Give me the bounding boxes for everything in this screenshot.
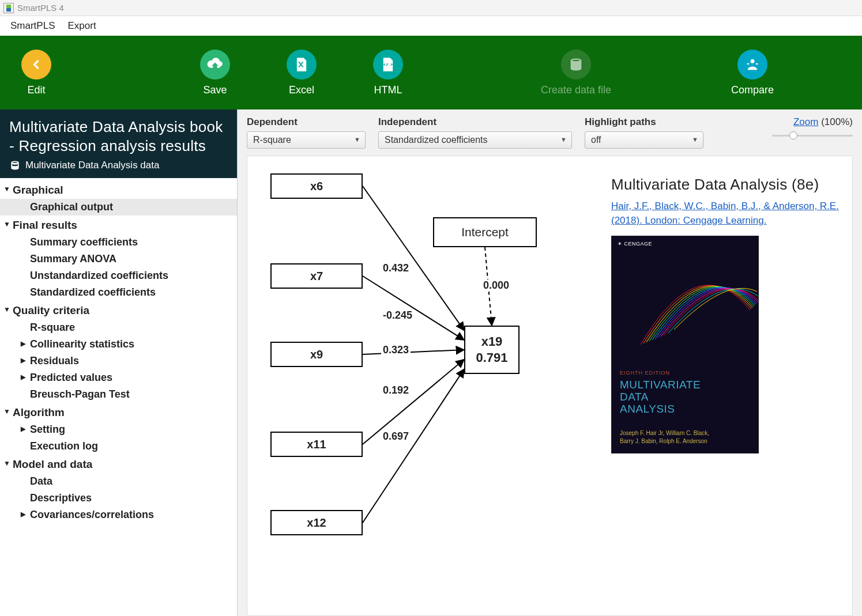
tree-section[interactable]: Graphical [0, 180, 237, 199]
svg-line-1 [363, 186, 464, 330]
independent-label: Independent [378, 116, 572, 128]
tree-item[interactable]: Unstandardized coefficients [0, 267, 237, 284]
zoom-link[interactable]: Zoom [793, 116, 818, 127]
path-coef-label: 0.432 [381, 262, 411, 274]
edit-button[interactable]: Edit [10, 50, 62, 96]
create-data-file-button: Create data file [541, 50, 611, 96]
compare-icon [737, 50, 767, 80]
path-coef-label: 0.192 [381, 384, 411, 396]
path-coef-label: 0.323 [381, 344, 411, 356]
tree-section[interactable]: Final results [0, 216, 237, 234]
dependent-label: Dependent [247, 116, 366, 128]
sidebar-subtitle: Multivariate Data Analysis data [9, 160, 228, 171]
tree-item[interactable]: R-square [0, 319, 237, 336]
tree-item[interactable]: Graphical output [0, 199, 237, 216]
sidebar-title: Multivariate Data Analysis book - Regres… [9, 118, 228, 155]
book-cover: CENGAGE [611, 236, 759, 454]
sidebar: Multivariate Data Analysis book - Regres… [0, 109, 238, 616]
compare-button[interactable]: Compare [727, 50, 778, 96]
info-panel: Multivariate Data Analysis (8e) Hair, J.… [611, 176, 840, 454]
node-intercept[interactable]: Intercept [433, 217, 537, 247]
tree-item[interactable]: Setting [0, 421, 237, 438]
info-citation-link[interactable]: Hair, J.F., Black, W.C., Babin, B.J., & … [611, 199, 840, 228]
svg-line-4 [363, 360, 464, 444]
info-title: Multivariate Data Analysis (8e) [611, 176, 840, 194]
tree-item[interactable]: Breusch-Pagan Test [0, 386, 237, 403]
tree-item[interactable]: Collinearity statistics [0, 336, 237, 353]
sidebar-header: Multivariate Data Analysis book - Regres… [0, 109, 237, 178]
tree-section[interactable]: Quality criteria [0, 301, 237, 319]
path-coef-label: 0.000 [481, 279, 511, 292]
canvas-area: Dependent R-square Independent Standardi… [238, 109, 862, 616]
tree-section[interactable]: Algorithm [0, 403, 237, 421]
sidebar-tree: GraphicalGraphical outputFinal resultsSu… [0, 178, 237, 529]
menu-item-smartpls[interactable]: SmartPLS [10, 20, 55, 32]
tree-item[interactable]: Predicted values [0, 369, 237, 386]
book-swirl-art [629, 241, 759, 362]
html-button[interactable]: HTML [362, 50, 414, 96]
zoom-label: Zoom (100%) [793, 116, 853, 128]
node-x7[interactable]: x7 [270, 263, 363, 289]
highlight-label: Highlight paths [585, 116, 703, 128]
tree-item[interactable]: Descriptives [0, 490, 237, 507]
app-icon [3, 3, 14, 13]
html-icon [373, 50, 403, 80]
tree-item[interactable]: Summary ANOVA [0, 251, 237, 267]
node-target[interactable]: x190.791 [464, 326, 520, 374]
tree-item[interactable]: Standardized coefficients [0, 284, 237, 301]
zoom-slider[interactable] [772, 131, 853, 139]
tree-item[interactable]: Summary coefficients [0, 234, 237, 251]
tree-item[interactable]: Residuals [0, 353, 237, 369]
arrow-left-icon [21, 50, 51, 80]
path-coef-label: -0.245 [381, 309, 414, 322]
cloud-up-icon [200, 50, 230, 80]
save-button[interactable]: Save [189, 50, 241, 96]
menu-bar: SmartPLS Export [0, 16, 862, 36]
diagram-canvas[interactable]: Multivariate Data Analysis (8e) Hair, J.… [247, 156, 853, 616]
dependent-dropdown[interactable]: R-square [247, 131, 366, 149]
node-x11[interactable]: x11 [270, 432, 363, 457]
path-coef-label: 0.697 [381, 430, 411, 443]
node-x6[interactable]: x6 [270, 173, 363, 199]
app-title: SmartPLS 4 [17, 3, 64, 13]
excel-icon [287, 50, 317, 80]
tree-section[interactable]: Model and data [0, 455, 237, 473]
highlight-dropdown[interactable]: off [585, 131, 703, 149]
menu-item-export[interactable]: Export [67, 20, 96, 32]
toolbar: Edit Save Excel HTML Create data file Co… [0, 36, 862, 109]
controls-row: Dependent R-square Independent Standardi… [247, 116, 853, 149]
svg-line-2 [363, 276, 464, 340]
tree-item[interactable]: Covariances/correlations [0, 507, 237, 523]
svg-line-3 [363, 350, 464, 354]
excel-button[interactable]: Excel [276, 50, 328, 96]
node-x9[interactable]: x9 [270, 342, 363, 367]
db-small-icon [9, 160, 21, 171]
tree-item[interactable]: Data [0, 473, 237, 490]
independent-dropdown[interactable]: Standardized coefficients [378, 131, 572, 149]
db-icon [561, 50, 591, 80]
node-x12[interactable]: x12 [270, 510, 363, 535]
svg-line-5 [363, 369, 464, 523]
tree-item[interactable]: Execution log [0, 438, 237, 455]
title-bar: SmartPLS 4 [0, 0, 862, 16]
